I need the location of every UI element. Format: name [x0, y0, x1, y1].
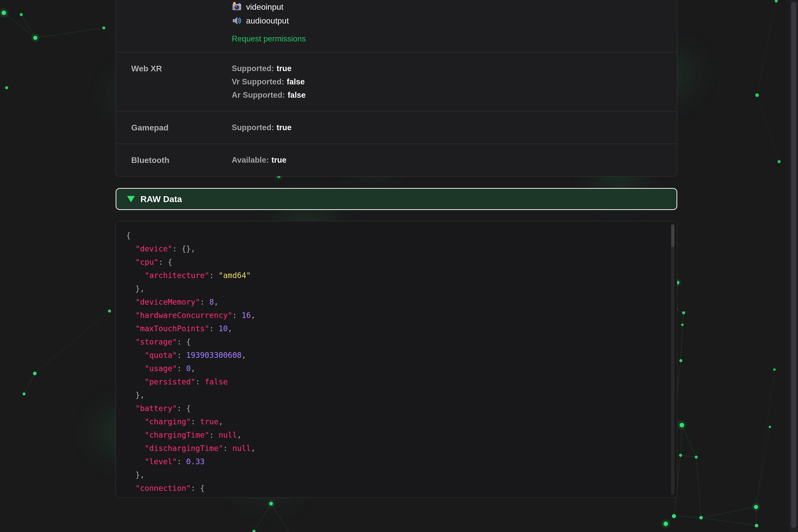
- media-device-label: videoinput: [246, 2, 283, 12]
- field-label: Supported:: [232, 123, 274, 132]
- code-line: },: [126, 282, 659, 296]
- capability-row: Web XRSupported:trueVr Supported:falseAr…: [116, 52, 677, 111]
- capability-fields: Supported:trueVr Supported:falseAr Suppo…: [232, 62, 677, 102]
- code-line: "persisted": false: [126, 375, 659, 388]
- field-value: true: [277, 64, 291, 73]
- field-value: true: [277, 123, 291, 132]
- media-device-list: videoinputaudiooutput: [232, 0, 677, 27]
- code-line: "hardwareConcurrency": 16,: [126, 309, 659, 322]
- capability-field: Supported:true: [232, 62, 677, 75]
- field-value: false: [287, 91, 306, 99]
- code-line: "maxTouchPoints": 10,: [126, 322, 659, 335]
- media-device-item: videoinput: [232, 0, 677, 14]
- capability-field: Supported:true: [232, 121, 677, 134]
- field-label: Vr Supported:: [232, 77, 284, 86]
- field-label: Available:: [232, 155, 269, 165]
- main-content: videoinputaudiooutput Request permission…: [116, 0, 677, 498]
- camera-icon: [232, 2, 242, 12]
- capability-row: BluetoothAvailable:true: [116, 144, 677, 176]
- code-line: "deviceMemory": 8,: [126, 296, 659, 309]
- json-code: { "device": {}, "cpu": { "architecture":…: [126, 229, 659, 495]
- code-scrollbar-track[interactable]: [671, 224, 674, 495]
- code-line: "dischargingTime": null,: [126, 442, 659, 455]
- raw-data-code-panel[interactable]: { "device": {}, "cpu": { "architecture":…: [116, 221, 677, 498]
- code-line: },: [126, 468, 659, 481]
- field-label: Ar Supported:: [232, 91, 285, 99]
- capability-name: Gamepad: [116, 121, 232, 134]
- speaker-icon: [232, 16, 242, 26]
- code-line: "quota": 193903300608,: [126, 348, 659, 362]
- capability-name: Web XR: [116, 62, 232, 102]
- code-line: "battery": {: [126, 402, 659, 415]
- code-line: "architecture": "amd64": [126, 269, 659, 282]
- code-line: "chargingTime": null,: [126, 429, 659, 442]
- media-device-label: audiooutput: [246, 16, 289, 25]
- raw-data-title: RAW Data: [140, 194, 182, 204]
- code-line: "usage": 0,: [126, 362, 659, 375]
- raw-data-toggle[interactable]: RAW Data: [116, 188, 677, 210]
- capability-row: GamepadSupported:true: [116, 111, 677, 144]
- code-line: "cpu": {: [126, 255, 659, 269]
- code-line: "connection": {: [126, 481, 659, 495]
- capability-field: Ar Supported:false: [232, 89, 677, 102]
- code-line: "level": 0.33: [126, 455, 659, 468]
- field-label: Supported:: [232, 64, 274, 73]
- capability-fields: Available:true: [232, 153, 677, 167]
- field-value: false: [287, 77, 305, 86]
- field-value: true: [271, 155, 286, 165]
- code-line: "storage": {: [126, 335, 659, 348]
- code-scrollbar-thumb[interactable]: [671, 225, 674, 247]
- capability-fields: Supported:true: [232, 121, 677, 134]
- media-devices-row: videoinputaudiooutput Request permission…: [116, 0, 677, 52]
- capability-field: Available:true: [232, 153, 677, 167]
- capability-name: Bluetooth: [116, 153, 232, 167]
- code-line: {: [126, 229, 659, 242]
- media-device-item: audiooutput: [232, 14, 677, 27]
- capabilities-table: videoinputaudiooutput Request permission…: [116, 0, 677, 176]
- capability-rows: Web XRSupported:trueVr Supported:falseAr…: [116, 52, 677, 176]
- code-line: },: [126, 388, 659, 402]
- code-line: "charging": true,: [126, 415, 659, 429]
- code-line: "device": {},: [126, 242, 659, 255]
- collapse-triangle-icon: [127, 196, 135, 202]
- page-scrollbar-thumb[interactable]: [791, 2, 796, 528]
- request-permissions-link[interactable]: Request permissions: [232, 34, 306, 43]
- capability-field: Vr Supported:false: [232, 75, 677, 89]
